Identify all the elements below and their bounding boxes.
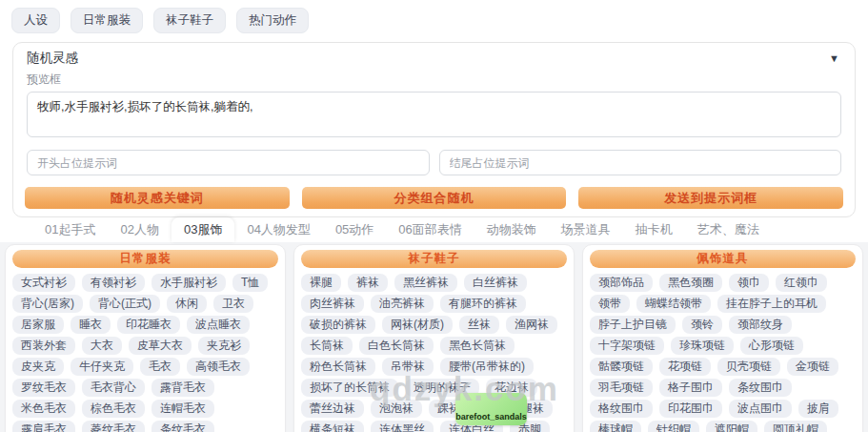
suffix-prompt-input[interactable] [439,150,842,175]
tag-pill[interactable]: 黑丝裤袜 [394,274,457,292]
top-tag-chip[interactable]: 日常服装 [71,8,143,33]
tag-pill[interactable]: 大衣 [82,337,122,355]
tag-pill[interactable]: 横条短袜 [301,421,364,432]
tag-pill[interactable]: 菱纹毛衣 [82,421,145,432]
panel-header[interactable]: 佩饰道具 [590,250,856,268]
tag-pill[interactable]: 腰带(吊带袜的) [440,358,534,376]
tab-9[interactable]: 抽卡机 [623,217,685,242]
tag-pill[interactable]: 居家服 [12,316,64,334]
tag-pill[interactable]: 皮草大衣 [129,337,192,355]
tag-pill[interactable]: 牛仔夹克 [71,358,133,376]
tag-pill[interactable]: 挂在脖子上的耳机 [717,295,826,313]
tag-pill[interactable]: 背心(居家) [12,295,83,313]
top-tag-chip[interactable]: 人设 [11,8,60,33]
tag-pill[interactable]: 棕色毛衣 [82,400,145,418]
tag-pill[interactable]: 蕾丝边袜 [301,400,364,418]
tag-pill[interactable]: 背心(正式) [90,295,160,313]
tag-pill[interactable]: 圆顶礼帽 [764,421,827,432]
tag-pill[interactable]: 破损的裤袜 [301,316,375,334]
tab-6[interactable]: 06面部表情 [386,217,474,242]
tag-pill[interactable]: 心形项链 [740,337,803,355]
tag-pill[interactable]: 颈部饰品 [590,274,653,292]
tag-pill[interactable]: 黑色长筒袜 [440,337,515,355]
tag-pill[interactable]: 条纹毛衣 [151,421,214,432]
tag-pill[interactable]: 米色毛衣 [12,400,75,418]
tag-pill[interactable]: 条纹围巾 [729,379,792,397]
tag-pill[interactable]: 卫衣 [213,295,253,313]
tag-pill[interactable]: 波点睡衣 [187,316,250,334]
tag-pill[interactable]: 领巾 [729,274,769,292]
tag-pill[interactable]: 花项链 [659,358,711,376]
tab-7[interactable]: 动物装饰 [474,217,549,242]
tag-pill[interactable]: 遮阳帽 [706,421,757,432]
tag-pill[interactable]: 有领衬衫 [82,274,145,292]
tag-pill[interactable]: 棒球帽 [590,421,641,432]
tag-pill[interactable]: 格子围巾 [659,379,722,397]
tag-pill[interactable]: 骷髅项链 [590,358,653,376]
tag-pill[interactable]: 睡衣 [71,316,111,334]
collapse-arrow-icon[interactable]: ▼ [827,52,841,64]
panel-header[interactable]: 日常服装 [12,250,278,268]
tag-pill[interactable]: 白丝裤袜 [464,274,527,292]
tag-pill[interactable]: 露背毛衣 [151,379,214,397]
preview-textarea[interactable]: 牧师,水手服衬衫,损坏了的长筒袜,躺着的, [27,92,841,137]
tag-pill[interactable]: 连帽毛衣 [151,400,214,418]
tab-8[interactable]: 场景道具 [549,217,623,242]
tag-pill[interactable]: 针织帽 [648,421,699,432]
tag-pill[interactable]: 高领毛衣 [187,358,250,376]
tag-pill[interactable]: 珍珠项链 [671,337,734,355]
tag-pill[interactable]: 红领巾 [776,274,827,292]
tag-pill[interactable]: 露肩毛衣 [12,421,75,432]
tag-pill[interactable]: 裸腿 [301,274,341,292]
tag-pill[interactable]: 渔网袜 [506,316,557,334]
top-tag-chip[interactable]: 热门动作 [236,8,309,33]
tag-pill[interactable]: 白色长筒袜 [359,337,434,355]
tag-pill[interactable]: 长筒袜 [301,337,353,355]
tab-5[interactable]: 05动作 [323,217,386,242]
category-combo-random-button[interactable]: 分类组合随机 [302,187,567,209]
tag-pill[interactable]: 裤袜 [348,274,388,292]
tag-pill[interactable]: 领带 [590,295,630,313]
tag-pill[interactable]: 丝袜 [459,316,499,334]
send-to-prompt-box-button[interactable]: 发送到提示词框 [578,187,843,209]
tab-3[interactable]: 03服饰 [172,217,234,242]
tag-pill[interactable]: 油亮裤袜 [371,295,434,313]
tag-pill[interactable]: 罗纹毛衣 [12,379,75,397]
tag-pill[interactable]: 毛衣 [140,358,180,376]
top-tag-chip[interactable]: 袜子鞋子 [153,8,226,33]
panel-header[interactable]: 袜子鞋子 [301,250,567,268]
prefix-prompt-input[interactable] [27,150,430,175]
tag-pill[interactable]: 颈部纹身 [729,316,792,334]
tab-2[interactable]: 02人物 [108,217,171,242]
tab-1[interactable]: 01起手式 [32,217,108,242]
tag-pill[interactable]: 波点围巾 [729,400,792,418]
tag-pill[interactable]: 水手服衬衫 [151,274,226,292]
tag-pill[interactable]: 颈铃 [682,316,722,334]
tag-pill[interactable]: 脖子上护目镜 [590,316,676,334]
tag-pill[interactable]: 西装外套 [12,337,75,355]
tag-pill[interactable]: 蝴蝶结领带 [636,295,711,313]
tag-pill[interactable]: 肉丝裤袜 [301,295,364,313]
tag-pill[interactable]: 吊带袜 [382,358,434,376]
random-inspiration-keywords-button[interactable]: 随机灵感关键词 [25,187,290,209]
tag-pill[interactable]: T恤 [232,274,268,292]
tag-pill[interactable]: 十字架项链 [590,337,664,355]
tag-pill[interactable]: 披肩 [798,400,838,418]
tag-pill[interactable]: 连体黑丝 [371,421,434,432]
tag-pill[interactable]: 有腿环的裤袜 [440,295,526,313]
tag-pill[interactable]: 损坏了的长筒袜 [301,379,398,397]
tab-10[interactable]: 艺术、魔法 [685,217,772,242]
tag-pill[interactable]: 粉色长筒袜 [301,358,375,376]
tag-pill[interactable]: 黑色颈圈 [659,274,722,292]
tag-pill[interactable]: 贝壳项链 [717,358,780,376]
tag-pill[interactable]: 女式衬衫 [12,274,75,292]
tag-pill[interactable]: 羽毛项链 [590,379,653,397]
tag-pill[interactable]: 金项链 [787,358,838,376]
tag-pill[interactable]: 皮夹克 [12,358,64,376]
tag-pill[interactable]: 印花围巾 [659,400,722,418]
tag-pill[interactable]: 网袜(材质) [382,316,453,334]
tag-pill[interactable]: 夹克衫 [198,337,250,355]
tag-pill[interactable]: 毛衣背心 [82,379,145,397]
tab-4[interactable]: 04人物发型 [234,217,322,242]
tag-pill[interactable]: 休闲 [167,295,207,313]
